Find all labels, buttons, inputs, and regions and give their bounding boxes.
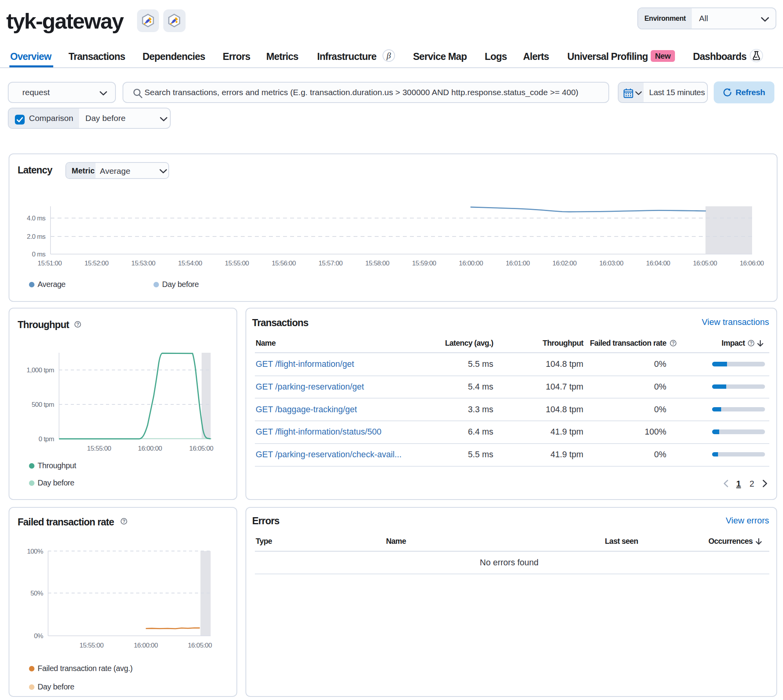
svg-text:4.0 ms: 4.0 ms [27, 215, 46, 222]
svg-text:15:56:00: 15:56:00 [272, 260, 296, 267]
svg-text:15:52:00: 15:52:00 [85, 260, 109, 267]
svg-text:16:00:00: 16:00:00 [134, 642, 158, 649]
svg-text:15:59:00: 15:59:00 [412, 260, 437, 267]
svg-text:15:55:00: 15:55:00 [225, 260, 249, 267]
svg-text:15:58:00: 15:58:00 [365, 260, 390, 267]
svg-text:15:54:00: 15:54:00 [178, 260, 202, 267]
svg-text:16:05:00: 16:05:00 [189, 445, 213, 452]
svg-text:15:55:00: 15:55:00 [87, 445, 111, 452]
svg-text:50%: 50% [31, 590, 43, 597]
svg-text:16:06:00: 16:06:00 [740, 260, 764, 267]
svg-text:0 tpm: 0 tpm [38, 435, 54, 443]
svg-text:0%: 0% [34, 632, 43, 640]
svg-text:16:00:00: 16:00:00 [138, 445, 162, 452]
svg-text:?: ? [672, 341, 675, 346]
svg-text:15:53:00: 15:53:00 [131, 260, 155, 267]
svg-text:15:51:00: 15:51:00 [38, 260, 62, 267]
svg-text:15:57:00: 15:57:00 [319, 260, 343, 267]
svg-text:16:03:00: 16:03:00 [599, 260, 624, 267]
svg-text:2.0 ms: 2.0 ms [27, 233, 46, 240]
svg-text:500 tpm: 500 tpm [32, 401, 54, 408]
svg-text:16:05:00: 16:05:00 [693, 260, 717, 267]
svg-text:15:55:00: 15:55:00 [79, 642, 104, 649]
svg-text:1,000 tpm: 1,000 tpm [27, 366, 54, 374]
svg-text:0 ms: 0 ms [32, 251, 46, 258]
svg-text:16:02:00: 16:02:00 [552, 260, 577, 267]
svg-text:16:00:00: 16:00:00 [459, 260, 483, 267]
svg-text:16:01:00: 16:01:00 [506, 260, 530, 267]
svg-text:16:04:00: 16:04:00 [646, 260, 670, 267]
svg-text:16:05:00: 16:05:00 [188, 642, 212, 649]
svg-text:?: ? [750, 341, 752, 346]
svg-text:100%: 100% [27, 548, 43, 555]
